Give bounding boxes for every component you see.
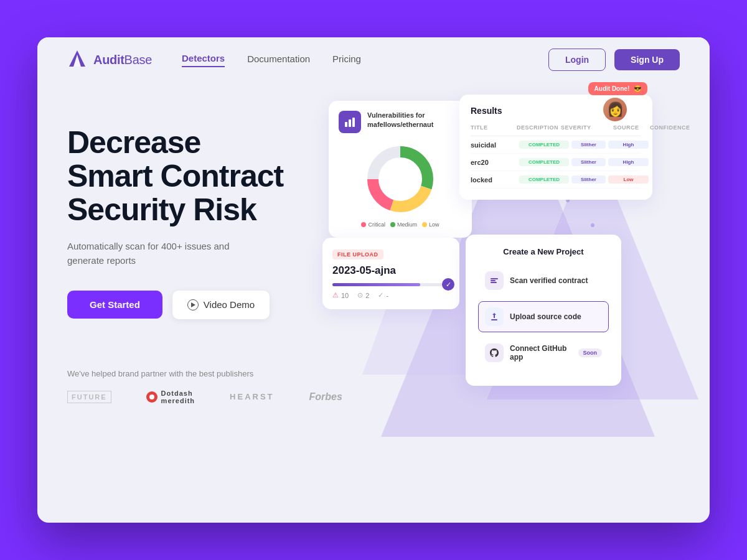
browser-window: AuditBase Detectors Documentation Pricin… bbox=[37, 37, 710, 523]
nav-actions: Login Sign Up bbox=[548, 49, 680, 71]
svg-rect-10 bbox=[349, 119, 351, 127]
svg-rect-20 bbox=[491, 319, 497, 320]
video-demo-button[interactable]: Video Demo bbox=[172, 291, 270, 319]
results-card: Audit Done! 👩 Results TITLE DESCRIPTION … bbox=[459, 95, 652, 200]
legend-item-medium: Medium bbox=[390, 222, 417, 228]
logo-text: AuditBase bbox=[93, 53, 152, 67]
stat-info: ⊙ 2 bbox=[357, 291, 369, 299]
warning-count: 10 bbox=[341, 292, 349, 299]
legend-item-critical: Critical bbox=[361, 222, 385, 228]
info-icon: ⊙ bbox=[357, 291, 363, 299]
audit-done-badge: Audit Done! bbox=[588, 82, 647, 95]
table-row: suicidal COMPLETED Slither High bbox=[471, 136, 641, 154]
svg-rect-11 bbox=[352, 118, 355, 127]
forbes-logo: Forbes bbox=[309, 391, 342, 403]
vulnerabilities-card: Vulnerabilities for mafellows/ethernaut bbox=[329, 101, 472, 238]
scan-contract-icon bbox=[485, 271, 504, 290]
login-button[interactable]: Login bbox=[548, 49, 606, 71]
logo-icon bbox=[67, 49, 87, 71]
hero-right: Vulnerabilities for mafellows/ethernaut bbox=[329, 88, 680, 523]
hero-left: Decrease Smart Contract Security Risk Au… bbox=[67, 88, 329, 523]
check-value: - bbox=[386, 292, 388, 299]
card-header: Vulnerabilities for mafellows/ethernaut bbox=[339, 111, 462, 133]
avatar-badge: 👩 bbox=[601, 96, 629, 123]
results-table-header: TITLE DESCRIPTION SEVERITY SOURCE CONFID… bbox=[471, 124, 641, 136]
svg-point-6 bbox=[591, 223, 594, 227]
create-project-card: Create a New Project Scan verified contr… bbox=[466, 235, 621, 386]
future-logo: FUTURE bbox=[67, 391, 111, 403]
logo[interactable]: AuditBase bbox=[67, 49, 152, 71]
svg-rect-9 bbox=[345, 122, 347, 127]
file-stats: ⚠ 10 ⊙ 2 ✓ - bbox=[332, 291, 449, 299]
dotdash-dot-icon bbox=[146, 391, 157, 403]
svg-point-16 bbox=[379, 158, 421, 200]
nav-link-documentation[interactable]: Documentation bbox=[247, 54, 310, 67]
nav-link-detectors[interactable]: Detectors bbox=[182, 53, 225, 67]
progress-check-icon: ✓ bbox=[442, 278, 454, 291]
hero-subtitle: Automatically scan for 400+ issues and g… bbox=[67, 239, 266, 268]
table-row: locked COMPLETED Slither Low bbox=[471, 171, 641, 189]
nav-links: Detectors Documentation Pricing bbox=[182, 53, 548, 67]
legend-dot-medium bbox=[390, 222, 395, 227]
legend-item-low: Low bbox=[422, 222, 439, 228]
project-option-upload[interactable]: Upload source code bbox=[478, 301, 609, 332]
file-upload-name: 2023-05-ajna bbox=[332, 264, 449, 277]
svg-rect-18 bbox=[491, 280, 496, 281]
check-icon: ✓ bbox=[378, 291, 383, 299]
upload-icon bbox=[485, 307, 504, 326]
svg-rect-17 bbox=[491, 278, 498, 279]
warning-icon: ⚠ bbox=[332, 291, 339, 299]
navbar: AuditBase Detectors Documentation Pricin… bbox=[37, 37, 710, 82]
get-started-button[interactable]: Get Started bbox=[67, 291, 162, 319]
file-upload-card: FILE UPLOAD 2023-05-ajna ✓ ⚠ 10 ⊙ 2 bbox=[322, 238, 459, 309]
file-upload-badge: FILE UPLOAD bbox=[332, 250, 383, 259]
svg-rect-19 bbox=[491, 282, 497, 283]
play-triangle-icon bbox=[191, 302, 195, 307]
legend-dot-low bbox=[422, 222, 427, 227]
create-project-title: Create a New Project bbox=[478, 247, 609, 256]
publishers-label: We've helped brand partner with the best… bbox=[67, 369, 329, 378]
stat-warnings: ⚠ 10 bbox=[332, 291, 349, 299]
play-icon bbox=[187, 299, 199, 310]
signup-button[interactable]: Sign Up bbox=[614, 49, 680, 70]
avatar-image: 👩 bbox=[603, 98, 627, 121]
nav-link-pricing[interactable]: Pricing bbox=[332, 54, 361, 67]
hero-buttons: Get Started Video Demo bbox=[67, 291, 329, 319]
progress-bar-fill bbox=[332, 283, 420, 286]
info-count: 2 bbox=[365, 292, 369, 299]
project-option-scan[interactable]: Scan verified contract bbox=[478, 265, 609, 296]
hero-title: Decrease Smart Contract Security Risk bbox=[67, 126, 329, 226]
chart-icon-box bbox=[339, 111, 361, 133]
progress-bar-track: ✓ bbox=[332, 283, 449, 286]
hearst-logo: HEARST bbox=[230, 392, 274, 401]
donut-legend: Critical Medium Low bbox=[339, 222, 462, 228]
github-icon bbox=[485, 343, 504, 362]
stat-check: ✓ - bbox=[378, 291, 388, 299]
project-option-github[interactable]: Connect GitHub app Soon bbox=[478, 337, 609, 368]
legend-dot-critical bbox=[361, 222, 366, 227]
donut-chart bbox=[363, 142, 438, 217]
dotdash-logo: Dotdashmeredith bbox=[146, 390, 195, 404]
publishers-logos: FUTURE Dotdashmeredith HEARST Forbes bbox=[67, 390, 329, 404]
main-content: Decrease Smart Contract Security Risk Au… bbox=[37, 82, 710, 523]
donut-chart-container bbox=[339, 142, 462, 217]
vuln-card-title: Vulnerabilities for mafellows/ethernaut bbox=[367, 111, 462, 130]
table-row: erc20 COMPLETED Slither High bbox=[471, 154, 641, 171]
publishers-section: We've helped brand partner with the best… bbox=[67, 369, 329, 404]
